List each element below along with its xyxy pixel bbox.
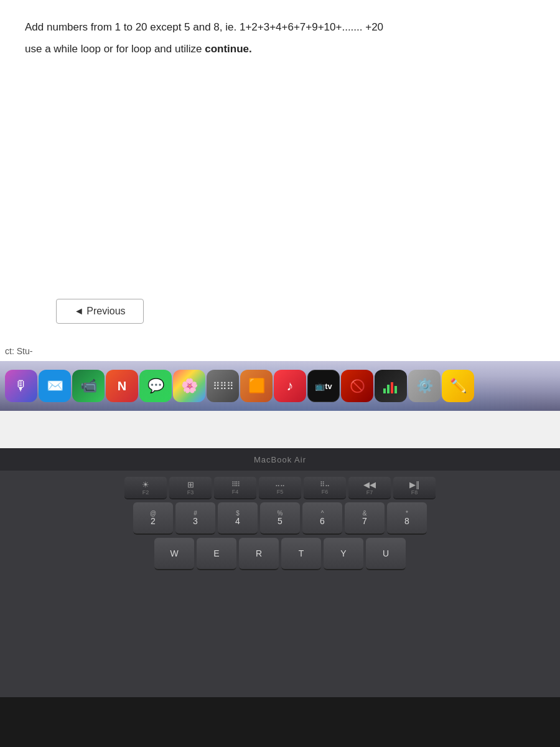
question-line1: Add numbers from 1 to 20 except 5 and 8,… — [25, 19, 535, 35]
key-e-label: E — [213, 549, 219, 558]
mission-control-icon: ⊞ — [187, 480, 194, 489]
key-u[interactable]: U — [366, 538, 406, 570]
question-text-1: Add numbers from 1 to 20 except 5 and 8,… — [25, 21, 383, 33]
key-2[interactable]: @ 2 — [133, 502, 173, 535]
previous-button-label: ◄ Previous — [74, 306, 126, 317]
key-3-main: 3 — [193, 517, 198, 525]
dock-icon-music[interactable]: ♪ — [274, 370, 306, 402]
dock-icon-appletv[interactable]: 📺tv — [307, 370, 340, 402]
f5-label: F5 — [277, 489, 284, 495]
key-f2[interactable]: ☀ F2 — [124, 477, 167, 499]
key-y-label: Y — [340, 549, 346, 558]
key-e[interactable]: E — [197, 538, 236, 570]
continue-keyword: continue. — [205, 43, 252, 55]
svg-rect-3 — [394, 386, 397, 393]
svg-rect-0 — [383, 388, 386, 393]
stocks-chart-icon — [382, 377, 399, 395]
key-8[interactable]: * 8 — [387, 502, 427, 535]
key-y[interactable]: Y — [324, 538, 363, 570]
dock-icon-finder[interactable]: 🟧 — [240, 370, 273, 402]
function-key-row: ☀ F2 ⊞ F3 ⠿⠿ F4 ⠤⠤ F5 ⠿⠤ F6 ◀◀ F7 ▶‖ F8 — [0, 477, 560, 499]
dock-icon-launchpad[interactable]: ⠿⠿⠿ — [207, 370, 239, 402]
dock-icon-syspref[interactable]: ⚙️ — [408, 370, 441, 402]
dock-icon-podcast[interactable]: 🎙 — [5, 370, 37, 402]
dock-icon-news[interactable]: N — [106, 370, 138, 402]
f6-label: F6 — [322, 489, 329, 495]
f3-label: F3 — [187, 489, 194, 496]
keyboard-backlight-up-icon: ⠿⠤ — [320, 481, 330, 489]
svg-rect-1 — [387, 385, 390, 393]
key-6[interactable]: ^ 6 — [302, 502, 342, 535]
launchpad-icon: ⠿⠿ — [231, 481, 239, 489]
dock-icon-mail[interactable]: ✉️ — [39, 370, 71, 402]
f4-label: F4 — [232, 489, 239, 495]
key-2-main: 2 — [151, 517, 156, 525]
screen-content: Add numbers from 1 to 20 except 5 and 8,… — [0, 0, 560, 361]
screen: Add numbers from 1 to 20 except 5 and 8,… — [0, 0, 560, 448]
key-w[interactable]: W — [154, 538, 194, 570]
key-f7[interactable]: ◀◀ F7 — [348, 477, 391, 499]
key-f8[interactable]: ▶‖ F8 — [393, 477, 436, 499]
key-4[interactable]: $ 4 — [218, 502, 258, 535]
macbook-label: MacBook Air — [254, 455, 306, 464]
playpause-icon: ▶‖ — [409, 480, 420, 489]
dock-icon-app1[interactable]: 🚫 — [341, 370, 373, 402]
number-key-row: @ 2 # 3 $ 4 % 5 ^ 6 & 7 * 8 — [0, 502, 560, 535]
key-6-main: 6 — [320, 517, 325, 525]
key-4-main: 4 — [235, 517, 240, 525]
dock: 🎙 ✉️ 📹 N 💬 🌸 ⠿⠿⠿ 🟧 ♪ — [0, 361, 560, 411]
breadcrumb: ct: Stu- — [0, 346, 32, 356]
macbook-label-bar: MacBook Air — [0, 448, 560, 471]
previous-button[interactable]: ◄ Previous — [56, 299, 144, 324]
brightness-icon: ☀ — [142, 480, 149, 489]
key-f4[interactable]: ⠿⠿ F4 — [214, 477, 256, 499]
question-text-2: use a while loop or for loop and utilize — [25, 43, 205, 55]
key-w-label: W — [170, 549, 178, 558]
dock-icon-facetime[interactable]: 📹 — [72, 370, 105, 402]
key-t-label: T — [299, 549, 304, 558]
key-f6[interactable]: ⠿⠤ F6 — [304, 477, 346, 499]
f2-label: F2 — [142, 489, 149, 496]
key-5-main: 5 — [278, 517, 282, 525]
dock-icon-messages[interactable]: 💬 — [139, 370, 172, 402]
f7-label: F7 — [366, 489, 373, 496]
key-7[interactable]: & 7 — [345, 502, 385, 535]
key-f5[interactable]: ⠤⠤ F5 — [259, 477, 301, 499]
key-t[interactable]: T — [281, 538, 321, 570]
key-f3[interactable]: ⊞ F3 — [169, 477, 212, 499]
key-u-label: U — [383, 549, 389, 558]
key-r[interactable]: R — [239, 538, 279, 570]
key-8-main: 8 — [404, 517, 409, 525]
question-line2: use a while loop or for loop and utilize… — [25, 40, 535, 57]
dock-icon-stocks[interactable] — [375, 370, 407, 402]
key-3[interactable]: # 3 — [175, 502, 215, 535]
dock-icon-notes[interactable]: ✏️ — [442, 370, 474, 402]
keyboard: ☀ F2 ⊞ F3 ⠿⠿ F4 ⠤⠤ F5 ⠿⠤ F6 ◀◀ F7 ▶‖ F8 — [0, 471, 560, 697]
key-7-main: 7 — [362, 517, 367, 525]
key-r-label: R — [256, 549, 262, 558]
rewind-icon: ◀◀ — [363, 480, 376, 489]
key-5[interactable]: % 5 — [260, 502, 300, 535]
svg-rect-2 — [391, 382, 393, 393]
f8-label: F8 — [411, 489, 418, 496]
letter-key-row: W E R T Y U — [0, 538, 560, 570]
keyboard-backlight-icon: ⠤⠤ — [275, 481, 285, 489]
dock-icon-photos[interactable]: 🌸 — [173, 370, 205, 402]
